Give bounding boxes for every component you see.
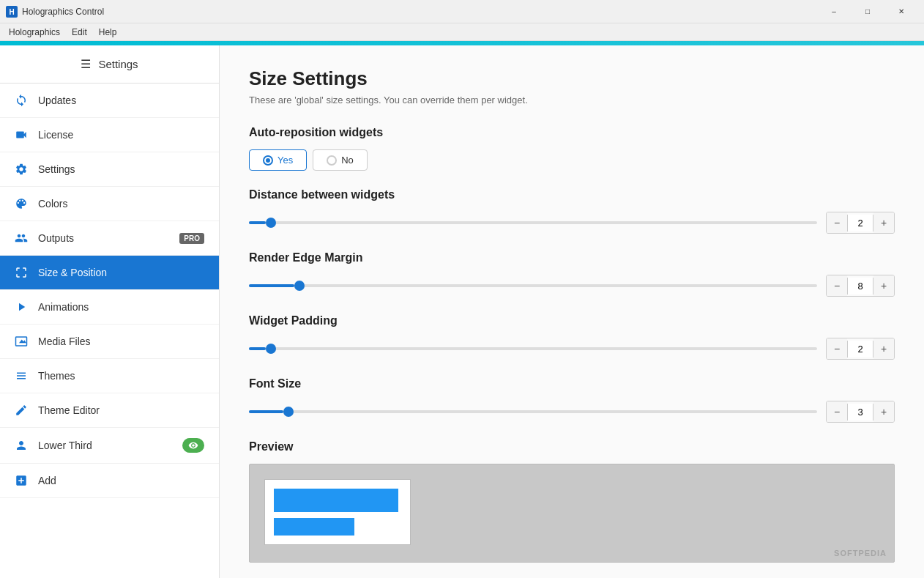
distance-value: 2 — [847, 215, 873, 231]
radio-no-label: No — [341, 155, 354, 166]
distance-slider-fill — [249, 221, 266, 224]
outputs-icon — [15, 231, 28, 245]
preview-bar-1 — [274, 489, 398, 512]
widget-padding-slider-track[interactable] — [249, 347, 817, 350]
app-layout: ☰ Settings Updates License — [0, 45, 924, 578]
radio-no[interactable]: No — [313, 149, 368, 171]
widget-padding-minus-button[interactable]: − — [827, 338, 847, 359]
titlebar: H Holographics Control – □ ✕ — [0, 0, 924, 23]
updates-icon — [15, 94, 28, 107]
settings-icon — [15, 163, 28, 176]
distance-number-control: − 2 + — [826, 212, 895, 234]
radio-no-circle — [327, 155, 337, 166]
minimize-button[interactable]: – — [817, 0, 851, 23]
font-size-minus-button[interactable]: − — [827, 401, 847, 422]
radio-yes-label: Yes — [277, 155, 293, 166]
sidebar-label-lower-third: Lower Third — [38, 440, 92, 451]
section-distance-title: Distance between widgets — [249, 188, 895, 201]
section-render-edge-title: Render Edge Margin — [249, 251, 895, 264]
font-size-slider-track[interactable] — [249, 410, 817, 413]
radio-yes[interactable]: Yes — [249, 149, 307, 171]
render-edge-slider-row: − 8 + — [249, 275, 895, 297]
sidebar-label-outputs: Outputs — [38, 232, 74, 244]
maximize-button[interactable]: □ — [851, 0, 884, 23]
app-icon: H — [6, 6, 18, 18]
outputs-pro-badge: PRO — [179, 233, 204, 244]
sidebar-item-media-files[interactable]: Media Files — [0, 325, 219, 359]
sidebar-label-themes: Themes — [38, 370, 75, 382]
widget-padding-number-control: − 2 + — [826, 338, 895, 360]
sidebar-item-add[interactable]: Add — [0, 464, 219, 498]
widget-padding-plus-button[interactable]: + — [873, 338, 894, 359]
theme-editor-icon — [15, 404, 28, 417]
animations-icon — [15, 300, 28, 314]
font-size-number-control: − 3 + — [826, 401, 895, 423]
sidebar-label-updates: Updates — [38, 95, 76, 106]
license-icon — [15, 128, 28, 141]
distance-slider-track[interactable] — [249, 221, 817, 224]
sidebar-item-theme-editor[interactable]: Theme Editor — [0, 393, 219, 428]
render-edge-slider-track[interactable] — [249, 284, 817, 287]
sidebar-item-size-position[interactable]: Size & Position — [0, 256, 219, 290]
render-edge-slider-fill — [249, 284, 294, 287]
menu-holographics[interactable]: Holographics — [3, 26, 66, 39]
render-edge-slider-thumb[interactable] — [294, 281, 305, 291]
widget-padding-slider-fill — [249, 347, 266, 350]
page-subtitle: These are 'global' size settings. You ca… — [249, 95, 895, 105]
sidebar-label-animations: Animations — [38, 301, 89, 313]
sidebar-item-colors[interactable]: Colors — [0, 187, 219, 221]
widget-padding-slider-thumb[interactable] — [266, 344, 276, 354]
sidebar-nav: Updates License Settings — [0, 84, 219, 578]
section-font-size-title: Font Size — [249, 377, 895, 390]
render-edge-value: 8 — [847, 278, 873, 294]
sidebar-label-colors: Colors — [38, 198, 67, 210]
softpedia-watermark: SOFTPEDIA — [834, 549, 887, 557]
media-icon — [15, 335, 28, 348]
sidebar-item-outputs[interactable]: Outputs PRO — [0, 221, 219, 256]
sidebar-label-media-files: Media Files — [38, 336, 91, 347]
add-icon — [15, 474, 28, 487]
section-widget-padding-title: Widget Padding — [249, 314, 895, 327]
sidebar-item-lower-third[interactable]: Lower Third — [0, 428, 219, 464]
menu-help[interactable]: Help — [93, 26, 123, 39]
window-controls: – □ ✕ — [817, 0, 918, 23]
distance-slider-thumb[interactable] — [266, 218, 276, 228]
sidebar-header: ☰ Settings — [0, 45, 219, 84]
page-title: Size Settings — [249, 67, 895, 90]
distance-plus-button[interactable]: + — [873, 212, 894, 233]
lower-third-eye-badge — [182, 438, 204, 453]
section-auto-reposition-title: Auto-reposition widgets — [249, 126, 895, 139]
hamburger-icon: ☰ — [81, 57, 91, 71]
preview-title: Preview — [249, 440, 895, 453]
svg-text:H: H — [9, 8, 14, 16]
colors-icon — [15, 197, 28, 210]
font-size-plus-button[interactable]: + — [873, 401, 894, 422]
distance-minus-button[interactable]: − — [827, 212, 847, 233]
render-edge-number-control: − 8 + — [826, 275, 895, 297]
preview-container: SOFTPEDIA — [249, 464, 895, 563]
distance-slider-row: − 2 + — [249, 212, 895, 234]
widget-padding-value: 2 — [847, 341, 873, 357]
font-size-slider-thumb[interactable] — [283, 407, 294, 417]
sidebar-item-animations[interactable]: Animations — [0, 290, 219, 325]
sidebar: ☰ Settings Updates License — [0, 45, 220, 578]
menu-edit[interactable]: Edit — [66, 26, 93, 39]
sidebar-item-license[interactable]: License — [0, 118, 219, 152]
sidebar-item-updates[interactable]: Updates — [0, 84, 219, 118]
font-size-slider-row: − 3 + — [249, 401, 895, 423]
window-title: Holographics Control — [22, 7, 817, 17]
themes-icon — [15, 369, 28, 382]
auto-reposition-radio-group: Yes No — [249, 149, 895, 171]
font-size-slider-fill — [249, 410, 283, 413]
sidebar-item-settings[interactable]: Settings — [0, 152, 219, 187]
widget-padding-slider-row: − 2 + — [249, 338, 895, 360]
render-edge-minus-button[interactable]: − — [827, 275, 847, 296]
size-icon — [15, 266, 28, 279]
sidebar-item-themes[interactable]: Themes — [0, 359, 219, 393]
sidebar-title: Settings — [98, 58, 138, 70]
main-content: Size Settings These are 'global' size se… — [220, 45, 924, 578]
close-button[interactable]: ✕ — [884, 0, 918, 23]
font-size-value: 3 — [847, 404, 873, 420]
menubar: Holographics Edit Help — [0, 23, 924, 41]
render-edge-plus-button[interactable]: + — [873, 275, 894, 296]
